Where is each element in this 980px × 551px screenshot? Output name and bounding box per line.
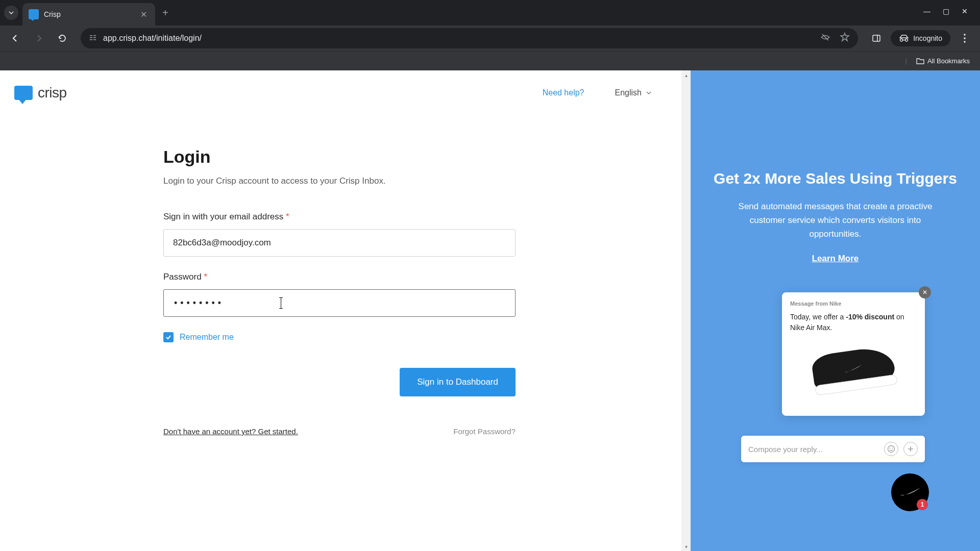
close-window-button[interactable]: ✕ — [962, 7, 968, 15]
text-cursor-icon — [281, 298, 281, 308]
bookmarks-bar: | All Bookmarks — [0, 51, 980, 70]
password-label: Password * — [163, 272, 516, 282]
signup-link[interactable]: Don't have an account yet? Get started. — [163, 427, 298, 436]
nike-swoosh-icon — [843, 363, 864, 374]
svg-point-9 — [964, 37, 966, 39]
reload-icon — [58, 34, 67, 43]
chat-message-text: Today, we offer a -10% discount on Nike … — [790, 312, 917, 333]
checkmark-icon — [165, 334, 172, 341]
emoji-button[interactable] — [884, 442, 898, 456]
email-field[interactable] — [163, 229, 516, 257]
separator: | — [905, 57, 907, 65]
svg-point-12 — [890, 448, 891, 449]
scroll-up-icon[interactable]: ▴ — [681, 70, 691, 80]
remember-me-checkbox[interactable] — [163, 332, 174, 342]
forward-button[interactable] — [30, 29, 48, 47]
close-tab-button[interactable]: ✕ — [138, 9, 149, 20]
scrollbar[interactable]: ▴ ▾ — [681, 70, 691, 551]
compose-placeholder: Compose your reply... — [748, 445, 879, 454]
tab-search-button[interactable] — [4, 6, 18, 20]
svg-rect-1 — [93, 35, 96, 36]
svg-rect-0 — [90, 35, 92, 36]
side-panel-button[interactable] — [867, 29, 886, 47]
tab-strip: Crisp ✕ + — ▢ ✕ — [0, 0, 980, 26]
login-subtitle: Login to your Crisp account to access to… — [163, 176, 516, 186]
folder-icon — [916, 58, 924, 65]
all-bookmarks-button[interactable]: All Bookmarks — [916, 57, 970, 65]
site-settings-icon[interactable] — [89, 34, 97, 43]
reload-button[interactable] — [53, 29, 71, 47]
forgot-password-link[interactable]: Forgot Password? — [453, 427, 516, 436]
crisp-logo[interactable]: crisp — [14, 85, 67, 101]
svg-point-11 — [888, 446, 895, 453]
star-icon[interactable] — [840, 32, 850, 44]
svg-rect-2 — [90, 37, 92, 38]
bookmarks-label: All Bookmarks — [927, 57, 970, 65]
need-help-link[interactable]: Need help? — [543, 88, 584, 97]
header-right: Need help? English — [543, 88, 667, 97]
svg-point-10 — [964, 41, 966, 43]
language-selector[interactable]: English — [615, 88, 652, 97]
minimize-button[interactable]: — — [923, 7, 930, 15]
new-tab-button[interactable]: + — [155, 3, 176, 23]
bottom-links: Don't have an account yet? Get started. … — [163, 427, 516, 436]
maximize-button[interactable]: ▢ — [943, 7, 949, 15]
arrow-right-icon — [34, 34, 43, 43]
login-pane: crisp Need help? English Login Login to … — [0, 70, 681, 551]
email-label: Sign in with your email address * — [163, 212, 516, 222]
chat-message-card: ✕ Message from Nike Today, we offer a -1… — [782, 292, 925, 416]
chevron-down-icon — [8, 10, 14, 16]
promo-pane: Get 2x More Sales Using Triggers Send au… — [691, 70, 980, 551]
app-header: crisp Need help? English — [0, 70, 681, 101]
chat-from-label: Message from Nike — [790, 300, 917, 307]
svg-rect-3 — [93, 37, 96, 38]
svg-rect-4 — [90, 39, 92, 40]
svg-point-13 — [892, 448, 893, 449]
signin-button[interactable]: Sign in to Dashboard — [400, 368, 516, 396]
browser-menu-button[interactable] — [955, 29, 974, 47]
incognito-badge[interactable]: Incognito — [891, 30, 950, 46]
kebab-menu-icon — [964, 34, 966, 43]
back-button[interactable] — [6, 29, 24, 47]
crisp-favicon-icon — [29, 9, 39, 19]
plus-icon — [907, 445, 914, 453]
arrow-left-icon — [11, 34, 20, 43]
browser-tab[interactable]: Crisp ✕ — [22, 3, 155, 26]
login-title: Login — [163, 147, 516, 167]
remember-me-label: Remember me — [180, 333, 234, 342]
side-panel-icon — [872, 34, 881, 43]
window-controls: — ▢ ✕ — [915, 0, 976, 22]
promo-body: Send automated messages that create a pr… — [691, 199, 980, 241]
nike-swoosh-icon — [899, 487, 921, 498]
attach-button[interactable] — [903, 442, 918, 456]
crisp-logo-text: crisp — [38, 85, 67, 101]
compose-reply-bar[interactable]: Compose your reply... — [741, 436, 925, 462]
notification-badge: 1 — [917, 499, 928, 510]
svg-rect-5 — [93, 39, 96, 40]
product-image — [807, 340, 899, 407]
login-form: Login Login to your Crisp account to acc… — [163, 147, 516, 436]
svg-rect-6 — [873, 35, 880, 41]
chevron-down-icon — [646, 91, 652, 95]
password-field[interactable] — [163, 289, 516, 317]
chat-launcher-button[interactable]: 1 — [891, 473, 929, 511]
browser-toolbar: app.crisp.chat/initiate/login/ Incognito — [0, 26, 980, 51]
incognito-icon — [899, 35, 909, 42]
promo-title: Get 2x More Sales Using Triggers — [691, 170, 980, 187]
incognito-label: Incognito — [913, 34, 942, 42]
shoe-icon — [811, 345, 896, 392]
page-content: crisp Need help? English Login Login to … — [0, 70, 980, 551]
learn-more-link[interactable]: Learn More — [691, 254, 980, 264]
crisp-logo-icon — [14, 86, 33, 100]
tab-title: Crisp — [44, 10, 133, 18]
browser-chrome: Crisp ✕ + — ▢ ✕ app.crisp.chat/initiate/… — [0, 0, 980, 70]
address-bar[interactable]: app.crisp.chat/initiate/login/ — [81, 28, 858, 48]
language-label: English — [615, 88, 642, 97]
url-text: app.crisp.chat/initiate/login/ — [103, 34, 814, 43]
close-chat-button[interactable]: ✕ — [919, 286, 931, 298]
svg-point-8 — [964, 34, 966, 36]
eye-off-icon[interactable] — [820, 32, 830, 44]
smiley-icon — [887, 445, 895, 453]
scroll-down-icon[interactable]: ▾ — [681, 542, 691, 551]
signin-button-row: Sign in to Dashboard — [163, 368, 516, 396]
